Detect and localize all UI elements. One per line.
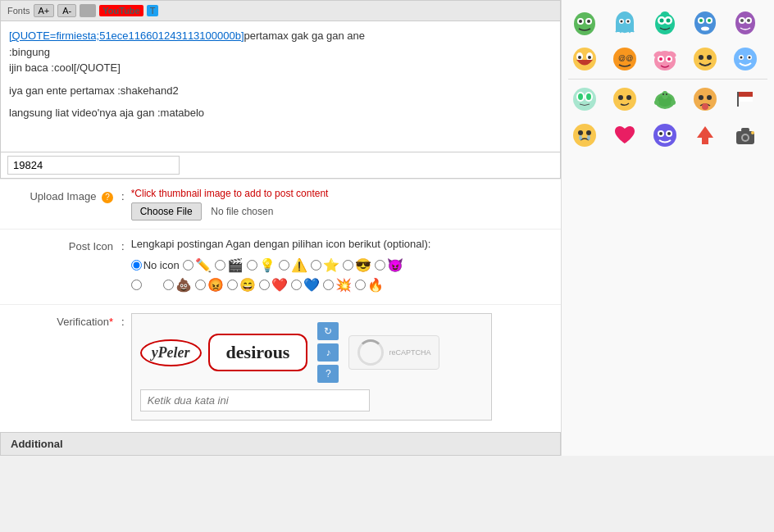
radio-cool-input[interactable]: [343, 260, 353, 271]
radio-pencil-input[interactable]: [183, 260, 194, 271]
radio-poop-input[interactable]: [131, 280, 142, 290]
svg-point-21: [708, 19, 711, 22]
svg-point-57: [626, 95, 631, 100]
emoji-cell-9[interactable]: [689, 43, 722, 75]
svg-point-39: [667, 57, 671, 61]
emoji-grid-row1: [568, 7, 767, 39]
captcha-refresh-btn[interactable]: ↻: [317, 322, 339, 340]
svg-point-74: [578, 130, 583, 135]
radio-blue-heart-input[interactable]: [291, 280, 302, 290]
svg-marker-83: [697, 126, 713, 144]
radio-star-input[interactable]: [311, 260, 321, 271]
emoji-cell-3[interactable]: [649, 7, 681, 39]
radio-bulb-input[interactable]: [247, 260, 257, 271]
required-star: *: [109, 316, 113, 328]
upload-help-icon[interactable]: ?: [102, 192, 113, 203]
svg-point-60: [654, 100, 659, 105]
radio-icon-devil: 😈: [375, 257, 403, 273]
svg-point-3: [579, 20, 582, 23]
emoji-cell-19[interactable]: [689, 119, 722, 152]
emoji-cell-8[interactable]: [649, 43, 681, 75]
svg-rect-87: [741, 128, 749, 132]
captcha-words: yPeler desirous: [140, 334, 308, 371]
svg-point-53: [578, 93, 583, 100]
verification-row: Verification* : yPeler desirous: [0, 304, 561, 429]
additional-label: Additional: [11, 438, 63, 450]
emoji-cell-2[interactable]: [608, 7, 641, 39]
radio-heart-input[interactable]: [259, 280, 270, 290]
radio-fire-input[interactable]: [355, 280, 366, 290]
radio-angry-input[interactable]: [195, 280, 206, 290]
upload-hint: *Click thumbnail image to add to post co…: [131, 188, 554, 199]
svg-point-61: [671, 100, 676, 105]
radio-warn-input[interactable]: [279, 260, 289, 271]
post-number-input[interactable]: [7, 156, 180, 175]
choose-file-button[interactable]: Choose File: [131, 202, 202, 221]
additional-bar: Additional: [0, 432, 561, 456]
svg-point-49: [749, 57, 751, 59]
emoji-cell-11[interactable]: [568, 83, 601, 116]
svg-point-56: [618, 95, 623, 100]
svg-point-26: [740, 19, 744, 22]
font-size-decrease-btn[interactable]: A-: [57, 4, 76, 17]
captcha-word2: desirous: [226, 342, 290, 362]
radio-explosion-input[interactable]: [323, 280, 334, 290]
svg-point-28: [573, 48, 596, 70]
svg-point-32: [588, 56, 591, 59]
radio-no-icon-input[interactable]: [131, 260, 142, 271]
svg-point-17: [694, 11, 716, 34]
emoji-cell-14[interactable]: [689, 83, 722, 116]
recaptcha-spinner: [357, 339, 384, 366]
emoji-cell-20[interactable]: [729, 119, 762, 152]
radio-icon-poo: 💩: [163, 276, 192, 293]
emoji-cell-12[interactable]: [608, 83, 641, 116]
image-btn[interactable]: [80, 4, 96, 17]
right-panel: @@: [561, 0, 774, 456]
emoji-cell-10[interactable]: [729, 43, 762, 75]
svg-point-48: [740, 57, 743, 59]
radio-icon-cool: 😎: [343, 257, 371, 273]
radio-devil-input[interactable]: [375, 260, 385, 271]
poo-icon: 💩: [175, 276, 192, 293]
quote-link[interactable]: [QUOTE=firmiesta;51ece116601243113100000…: [9, 30, 244, 42]
post-icon-label: Post Icon: [7, 238, 121, 252]
twitter-icon[interactable]: T: [147, 5, 159, 16]
emoji-cell-1[interactable]: [568, 7, 601, 39]
emoji-cell-17[interactable]: [608, 119, 641, 152]
captcha-input[interactable]: [140, 389, 370, 412]
warn-icon: ⚠️: [291, 257, 307, 273]
radio-icon-warn: ⚠️: [279, 257, 307, 273]
svg-point-42: [694, 48, 717, 70]
radio-poo-input[interactable]: [163, 280, 174, 290]
film-icon: 🎬: [227, 257, 244, 273]
captcha-audio-btn[interactable]: ♪: [317, 343, 339, 361]
radio-happy-input[interactable]: [227, 280, 238, 290]
svg-point-66: [699, 95, 703, 100]
post-icon-row: Post Icon : Lengkapi postingan Agan deng…: [0, 229, 561, 304]
svg-rect-70: [738, 92, 753, 97]
radio-film-input[interactable]: [215, 260, 225, 271]
emoji-cell-7[interactable]: @@: [608, 43, 641, 75]
captcha-word1-box: yPeler: [140, 339, 202, 366]
left-panel: Fonts A+ A- YouTube T [QUOTE=firmiesta;5…: [0, 0, 561, 456]
font-size-increase-btn[interactable]: A+: [34, 4, 55, 17]
youtube-icon[interactable]: YouTube: [99, 5, 143, 16]
file-input-row: Choose File No file chosen: [131, 202, 554, 221]
radio-icon-heart: ❤️: [259, 276, 288, 293]
emoji-cell-5[interactable]: [729, 7, 762, 39]
svg-point-0: [574, 12, 595, 35]
emoji-cell-4[interactable]: [689, 7, 722, 39]
emoji-cell-6[interactable]: [568, 43, 601, 75]
svg-point-76: [579, 135, 582, 140]
upload-colon: :: [121, 188, 131, 202]
icon-row-1: No icon ✏️ 🎬 💡: [131, 257, 554, 273]
text-content-area: [QUOTE=firmiesta;51ece116601243113100000…: [1, 21, 560, 152]
emoji-cell-15[interactable]: [729, 83, 762, 116]
captcha-help-btn[interactable]: ?: [317, 365, 339, 383]
svg-point-50: [573, 88, 596, 111]
svg-point-22: [701, 27, 709, 31]
emoji-cell-18[interactable]: [649, 119, 681, 152]
emoji-cell-13[interactable]: [649, 83, 681, 116]
emoji-cell-16[interactable]: [568, 119, 601, 152]
no-file-text: No file chosen: [211, 206, 273, 217]
